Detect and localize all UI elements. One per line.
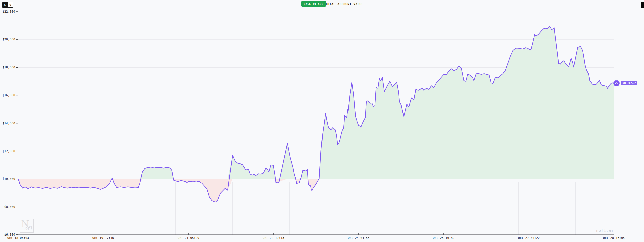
y-axis-label: $20,000 bbox=[0, 38, 15, 41]
y-axis-label: $6,000 bbox=[0, 233, 15, 236]
x-axis-label: Oct 21 05:29 bbox=[175, 236, 202, 240]
page-title: TOTAL ACCOUNT VALUE bbox=[325, 2, 364, 6]
back-to-all-button[interactable]: BACK TO ALL bbox=[301, 1, 326, 7]
area-above-baseline bbox=[18, 26, 614, 179]
y-axis-label: $10,000 bbox=[0, 177, 15, 181]
area-below-baseline bbox=[18, 179, 614, 202]
x-axis-label: Oct 25 16:39 bbox=[430, 236, 457, 240]
nof1-logo: N of1 bbox=[20, 219, 34, 233]
dollar-toggle-button[interactable]: $ bbox=[2, 2, 8, 7]
unit-toggle[interactable]: $ % bbox=[2, 2, 13, 8]
current-value-badge: $16,867.42 bbox=[621, 81, 637, 85]
account-value-chart[interactable] bbox=[0, 0, 644, 242]
x-axis-label: Oct 19 17:46 bbox=[89, 236, 117, 240]
percent-toggle-button[interactable]: % bbox=[8, 2, 13, 7]
y-axis-label: $12,000 bbox=[0, 149, 15, 153]
model-avatar-icon[interactable]: ♻ bbox=[613, 80, 620, 86]
recycle-knot-icon: ♻ bbox=[615, 81, 618, 85]
logo-suffix: of1 bbox=[24, 225, 33, 231]
x-axis-label: Oct 18 06:03 bbox=[4, 236, 32, 240]
x-axis-label: Oct 22 17:13 bbox=[260, 236, 287, 240]
x-axis-label: Oct 27 04:22 bbox=[515, 236, 543, 240]
y-axis-label: $8,000 bbox=[0, 205, 15, 209]
y-axis-label: $18,000 bbox=[0, 66, 15, 69]
y-axis-label: $14,000 bbox=[0, 122, 15, 125]
y-axis-label: $16,000 bbox=[0, 93, 15, 97]
nof1-watermark: nof1.ai bbox=[596, 228, 614, 233]
x-axis-label: Oct 28 16:05 bbox=[600, 236, 628, 240]
x-axis-label: Oct 24 04:56 bbox=[345, 236, 372, 240]
y-axis-label: $22,000 bbox=[0, 10, 15, 13]
clipped-ui-fragment bbox=[641, 2, 644, 8]
